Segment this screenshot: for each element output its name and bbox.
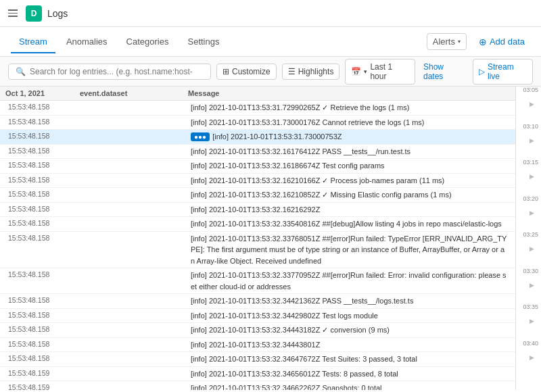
customize-button[interactable]: ⊞ Customize <box>216 64 277 80</box>
cell-timestamp: 15:53:48.158 <box>5 101 80 114</box>
tab-settings[interactable]: Settings <box>179 31 227 53</box>
chevron-down-icon: ▾ <box>458 39 461 45</box>
cell-dataset <box>80 269 188 293</box>
table-row[interactable]: 15:53:48.158[info] 2021-10-01T13:53:31.7… <box>0 116 515 130</box>
cell-dataset <box>80 368 188 381</box>
cell-message: [info] 2021-10-01T13:53:32.16176412Z PAS… <box>188 145 510 158</box>
ruler-arrow: ▶ <box>530 137 534 144</box>
show-dates-button[interactable]: Show dates <box>421 59 467 84</box>
cell-message: [info] 2021-10-01T13:53:31.73000176Z Can… <box>188 116 510 129</box>
table-header: Oct 1, 2021 event.dataset Message <box>0 87 515 101</box>
cell-dataset <box>80 189 188 201</box>
highlight-icon: ☰ <box>288 67 296 76</box>
table-row[interactable]: 15:53:48.159[info] 2021-10-01T13:53:32.3… <box>0 367 515 382</box>
table-row[interactable]: 15:53:48.158[info] 2021-10-01T13:53:32.1… <box>0 145 515 160</box>
cell-message: [info] 2021-10-01T13:53:32.34421362Z PAS… <box>188 295 510 308</box>
cell-dataset <box>80 101 188 114</box>
cell-timestamp: 15:53:48.158 <box>5 353 80 366</box>
table-row[interactable]: 15:53:48.158[info] 2021-10-01T13:53:32.3… <box>0 338 515 353</box>
nav-tabs: Stream Anomalies Categories Settings Ale… <box>0 27 541 57</box>
search-input-wrap[interactable]: 🔍 <box>8 64 211 80</box>
cell-message: [info] 2021-10-01T13:53:32.34656012Z Tes… <box>188 368 510 381</box>
table-row[interactable]: 15:53:48.158[info] 2021-10-01T13:53:31.7… <box>0 101 515 116</box>
ruler-tick-label: 03:15 <box>523 159 538 166</box>
ruler-arrow: ▶ <box>530 245 534 252</box>
cell-timestamp: 15:53:48.158 <box>5 218 80 230</box>
play-icon: ▷ <box>479 67 485 76</box>
stream-live-button[interactable]: ▷ Stream live <box>473 59 533 84</box>
log-body: 15:53:48.158[info] 2021-10-01T13:53:31.7… <box>0 101 515 390</box>
cell-dataset <box>80 116 188 129</box>
ruler-tick-label: 03:30 <box>523 268 538 274</box>
ruler-arrow: ▶ <box>530 318 534 324</box>
cell-message: [info] 2021-10-01T13:53:32.16210166Z ✓ P… <box>188 174 510 187</box>
plus-icon: ⊕ <box>479 36 487 47</box>
cell-dataset <box>80 324 188 337</box>
cell-message: [info] 2021-10-01T13:53:32.33540816Z ##[… <box>188 218 510 230</box>
calendar-icon: 📅 <box>351 67 361 76</box>
search-input[interactable] <box>30 67 192 76</box>
table-row[interactable]: 15:53:48.158[info] 2021-10-01T13:53:32.3… <box>0 217 515 232</box>
cell-dataset <box>80 339 188 351</box>
ruler-tick-label: 03:40 <box>523 340 538 347</box>
ruler-tick-label: 03:10 <box>523 123 538 130</box>
cell-message: [info] 2021-10-01T13:53:32.33768051Z ##[… <box>188 232 510 268</box>
nav-right: Alerts ▾ ⊕ Add data <box>427 33 530 50</box>
topbar: D Logs <box>0 0 541 27</box>
cell-timestamp: 15:53:48.158 <box>5 145 80 158</box>
table-row[interactable]: 15:53:48.158[info] 2021-10-01T13:53:32.3… <box>0 352 515 367</box>
cell-timestamp: 15:53:48.158 <box>5 324 80 337</box>
cell-dataset <box>80 232 188 268</box>
cell-timestamp: 15:53:48.158 <box>5 295 80 308</box>
col-dataset: event.dataset <box>80 89 188 97</box>
search-toolbar: 🔍 ⊞ Customize ☰ Highlights 📅 ▾ Last 1 ho… <box>0 57 541 87</box>
cell-timestamp: 15:53:48.158 <box>5 339 80 351</box>
table-row[interactable]: 15:53:48.158[info] 2021-10-01T13:53:32.1… <box>0 203 515 218</box>
tab-anomalies[interactable]: Anomalies <box>58 31 116 53</box>
app-icon: D <box>26 5 42 22</box>
cell-dataset <box>80 160 188 172</box>
cell-message: [info] 2021-10-01T13:53:32.16216292Z <box>188 203 510 216</box>
cell-message: [info] 2021-10-01T13:53:31.72990265Z ✓ R… <box>188 101 510 114</box>
alerts-button[interactable]: Alerts ▾ <box>427 33 467 50</box>
col-date: Oct 1, 2021 <box>5 89 80 97</box>
table-row[interactable]: 15:53:48.158[info] 2021-10-01T13:53:32.3… <box>0 294 515 309</box>
table-row[interactable]: 15:53:48.159[info] 2021-10-01T13:53:32.3… <box>0 381 515 390</box>
add-data-button[interactable]: ⊕ Add data <box>473 34 530 50</box>
cell-message: [info] 2021-10-01T13:53:32.34647672Z Tes… <box>188 353 510 366</box>
content-area: Oct 1, 2021 event.dataset Message 15:53:… <box>0 87 541 390</box>
tab-stream[interactable]: Stream <box>11 31 55 53</box>
cell-message: [info] 2021-10-01T13:53:32.33770952Z ##[… <box>188 269 510 293</box>
ruler-tick-label: 03:20 <box>523 195 538 202</box>
time-range-button[interactable]: 📅 ▾ Last 1 hour <box>345 59 415 84</box>
table-row[interactable]: 15:53:48.158[info] 2021-10-01T13:53:32.1… <box>0 174 515 189</box>
table-row[interactable]: 15:53:48.158[info] 2021-10-01T13:53:32.3… <box>0 323 515 338</box>
cell-dataset <box>80 310 188 322</box>
cell-dataset <box>80 218 188 230</box>
tab-categories[interactable]: Categories <box>118 31 177 53</box>
ruler-tick-label: 03:25 <box>523 231 538 238</box>
time-ruler: 03:05▶03:10▶03:15▶03:20▶03:25▶03:30▶03:3… <box>515 87 541 390</box>
table-row[interactable]: 15:53:48.158●●●[info] 2021-10-01T13:53:3… <box>0 130 515 145</box>
hamburger-menu[interactable] <box>8 9 18 17</box>
table-row[interactable]: 15:53:48.158[info] 2021-10-01T13:53:32.1… <box>0 159 515 174</box>
cell-timestamp: 15:53:48.159 <box>5 382 80 390</box>
cell-timestamp: 15:53:48.158 <box>5 160 80 172</box>
cell-message: [info] 2021-10-01T13:53:32.16210852Z ✓ M… <box>188 189 510 201</box>
table-row[interactable]: 15:53:48.158[info] 2021-10-01T13:53:32.3… <box>0 232 515 269</box>
col-message: Message <box>188 89 510 97</box>
highlights-button[interactable]: ☰ Highlights <box>282 64 340 80</box>
cell-message: ●●●[info] 2021-10-01T13:53:31.73000753Z <box>188 130 510 143</box>
cell-timestamp: 15:53:48.159 <box>5 368 80 381</box>
cell-message: [info] 2021-10-01T13:53:32.34429802Z Tes… <box>188 310 510 322</box>
ruler-arrow: ▶ <box>530 354 534 361</box>
ruler-tick-label: 03:35 <box>523 303 538 310</box>
cell-timestamp: 15:53:48.158 <box>5 269 80 293</box>
table-row[interactable]: 15:53:48.158[info] 2021-10-01T13:53:32.3… <box>0 309 515 324</box>
cell-message: [info] 2021-10-01T13:53:32.34662262Z Sna… <box>188 382 510 390</box>
cell-timestamp: 15:53:48.158 <box>5 189 80 201</box>
page-title: Logs <box>47 8 68 19</box>
table-row[interactable]: 15:53:48.158[info] 2021-10-01T13:53:32.3… <box>0 268 515 294</box>
table-row[interactable]: 15:53:48.158[info] 2021-10-01T13:53:32.1… <box>0 188 515 203</box>
ruler-arrow: ▶ <box>530 101 534 107</box>
